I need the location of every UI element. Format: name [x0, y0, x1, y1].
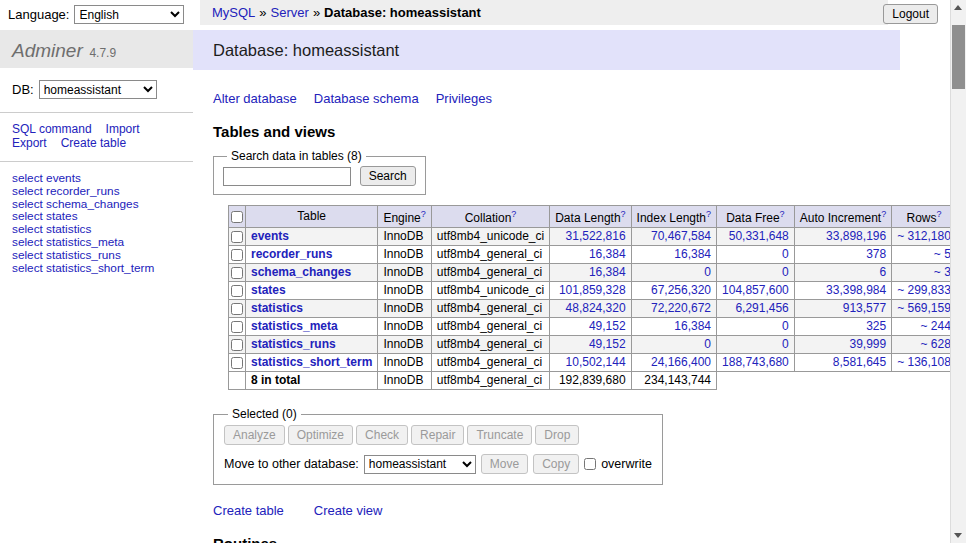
- table-name-link[interactable]: statistics_meta: [251, 319, 338, 333]
- row-checkbox[interactable]: [231, 231, 243, 243]
- breadcrumb-separator: »: [313, 5, 320, 20]
- data-free-link[interactable]: 50,331,648: [729, 229, 789, 243]
- analyze-button[interactable]: Analyze: [224, 425, 285, 445]
- breadcrumb-link-mysql[interactable]: MySQL: [212, 5, 255, 20]
- table-name-link[interactable]: states: [251, 283, 286, 297]
- auto-increment-link[interactable]: 913,577: [843, 301, 886, 315]
- db-action-link[interactable]: Alter database: [213, 91, 297, 106]
- row-checkbox[interactable]: [231, 249, 243, 261]
- data-length-link[interactable]: 49,152: [589, 319, 626, 333]
- vertical-scrollbar[interactable]: [950, 0, 966, 543]
- index-length-link[interactable]: 16,384: [674, 247, 711, 261]
- auto-increment-link[interactable]: 8,581,645: [833, 355, 886, 369]
- table-name-link[interactable]: statistics_short_term: [251, 355, 372, 369]
- sidebar-link[interactable]: Import: [106, 122, 140, 136]
- rows-link[interactable]: ~ 3: [934, 265, 951, 279]
- auto-increment-link[interactable]: 325: [866, 319, 886, 333]
- index-length-link[interactable]: 16,384: [674, 319, 711, 333]
- auto-increment-link[interactable]: 378: [866, 247, 886, 261]
- column-header: Table: [246, 206, 378, 228]
- create-link[interactable]: Create table: [213, 503, 284, 518]
- rows-link[interactable]: ~ 299,833: [897, 283, 951, 297]
- data-length-link[interactable]: 49,152: [589, 337, 626, 351]
- scroll-down-icon[interactable]: [951, 527, 966, 543]
- move-db-select[interactable]: homeassistant: [364, 455, 476, 474]
- help-icon[interactable]: ?: [881, 209, 886, 219]
- sidebar-link[interactable]: Create table: [61, 136, 126, 150]
- db-action-link[interactable]: Privileges: [436, 91, 492, 106]
- row-checkbox[interactable]: [231, 267, 243, 279]
- help-icon[interactable]: ?: [937, 209, 942, 219]
- table-row: statistics_short_termInnoDButf8mb4_gener…: [229, 354, 966, 372]
- db-action-link[interactable]: Database schema: [314, 91, 419, 106]
- data-free-link[interactable]: 104,857,600: [722, 283, 789, 297]
- search-input[interactable]: [223, 167, 351, 186]
- rows-link[interactable]: ~ 628: [921, 337, 951, 351]
- data-free-link[interactable]: 0: [782, 247, 789, 261]
- data-free-link[interactable]: 188,743,680: [722, 355, 789, 369]
- row-checkbox[interactable]: [231, 285, 243, 297]
- help-icon[interactable]: ?: [706, 209, 711, 219]
- data-length-link[interactable]: 16,384: [589, 265, 626, 279]
- sidebar-table-link[interactable]: select statistics_short_term: [12, 261, 154, 275]
- repair-button[interactable]: Repair: [411, 425, 464, 445]
- row-checkbox[interactable]: [231, 303, 243, 315]
- rows-link[interactable]: ~ 312,180: [897, 229, 951, 243]
- index-length-link[interactable]: 0: [704, 337, 711, 351]
- scroll-thumb[interactable]: [952, 25, 965, 89]
- db-select[interactable]: homeassistant: [39, 80, 157, 99]
- row-checkbox[interactable]: [231, 357, 243, 369]
- row-checkbox[interactable]: [231, 321, 243, 333]
- move-button[interactable]: Move: [481, 454, 528, 474]
- auto-increment-link[interactable]: 6: [879, 265, 886, 279]
- selected-legend: Selected (0): [228, 407, 301, 421]
- help-icon[interactable]: ?: [780, 209, 785, 219]
- language-select[interactable]: English: [74, 5, 184, 24]
- help-icon[interactable]: ?: [421, 209, 426, 219]
- rows-link[interactable]: ~ 244: [921, 319, 951, 333]
- drop-button[interactable]: Drop: [535, 425, 579, 445]
- check-button[interactable]: Check: [356, 425, 408, 445]
- copy-button[interactable]: Copy: [533, 454, 579, 474]
- data-free-link[interactable]: 0: [782, 265, 789, 279]
- data-free-link[interactable]: 0: [782, 319, 789, 333]
- table-name-link[interactable]: schema_changes: [251, 265, 351, 279]
- create-link[interactable]: Create view: [314, 503, 383, 518]
- data-length-link[interactable]: 16,384: [589, 247, 626, 261]
- data-free-link[interactable]: 6,291,456: [735, 301, 788, 315]
- index-length-link[interactable]: 70,467,584: [651, 229, 711, 243]
- logout-button[interactable]: Logout: [883, 4, 938, 24]
- search-button[interactable]: Search: [360, 166, 416, 186]
- auto-increment-link[interactable]: 39,999: [849, 337, 886, 351]
- table-name-link[interactable]: statistics: [251, 301, 303, 315]
- data-length-link[interactable]: 31,522,816: [566, 229, 626, 243]
- index-length-link[interactable]: 24,166,400: [651, 355, 711, 369]
- sidebar-link[interactable]: SQL command: [12, 122, 92, 136]
- help-icon[interactable]: ?: [511, 209, 516, 219]
- rows-link[interactable]: ~ 569,159: [897, 301, 951, 315]
- select-all-checkbox[interactable]: [231, 211, 243, 223]
- rows-link[interactable]: ~ 136,108: [897, 355, 951, 369]
- auto-increment-link[interactable]: 33,898,196: [826, 229, 886, 243]
- index-length-link[interactable]: 72,220,672: [651, 301, 711, 315]
- data-free-link[interactable]: 0: [782, 337, 789, 351]
- index-length-link[interactable]: 67,256,320: [651, 283, 711, 297]
- auto-increment-link[interactable]: 33,398,984: [826, 283, 886, 297]
- truncate-button[interactable]: Truncate: [467, 425, 532, 445]
- table-name-link[interactable]: recorder_runs: [251, 247, 332, 261]
- scroll-up-icon[interactable]: [951, 0, 966, 16]
- data-length-link[interactable]: 48,824,320: [566, 301, 626, 315]
- rows-link[interactable]: ~ 5: [934, 247, 951, 261]
- optimize-button[interactable]: Optimize: [288, 425, 353, 445]
- index-length-link[interactable]: 0: [704, 265, 711, 279]
- data-length-link[interactable]: 101,859,328: [559, 283, 626, 297]
- overwrite-checkbox[interactable]: [584, 458, 596, 470]
- sidebar-link[interactable]: Export: [12, 136, 47, 150]
- table-name-link[interactable]: events: [251, 229, 289, 243]
- table-name-link[interactable]: statistics_runs: [251, 337, 336, 351]
- data-length-link[interactable]: 10,502,144: [566, 355, 626, 369]
- row-checkbox[interactable]: [231, 339, 243, 351]
- help-icon[interactable]: ?: [621, 209, 626, 219]
- breadcrumb-link-server[interactable]: Server: [271, 5, 309, 20]
- app-name: Adminer: [12, 40, 83, 61]
